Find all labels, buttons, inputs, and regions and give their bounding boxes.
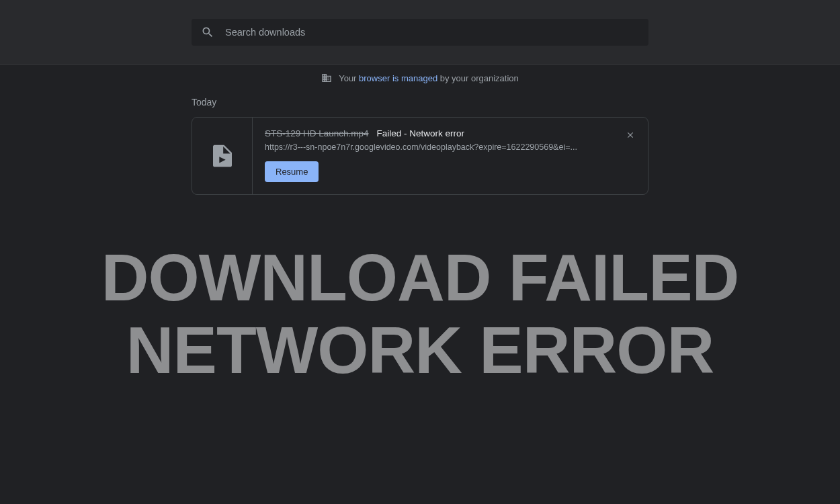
downloads-content: Today STS-129 HD Launch.mp4 Failed - Net… bbox=[192, 97, 648, 195]
managed-suffix: by your organization bbox=[437, 73, 519, 83]
download-url: https://r3---sn-npoe7n7r.googlevideo.com… bbox=[265, 142, 610, 152]
overlay-line-1: DOWNLOAD FAILED bbox=[0, 242, 840, 314]
overlay-caption: DOWNLOAD FAILED NETWORK ERROR bbox=[0, 242, 840, 387]
resume-button[interactable]: Resume bbox=[265, 161, 319, 182]
managed-link[interactable]: browser is managed bbox=[359, 73, 437, 83]
download-details: STS-129 HD Launch.mp4 Failed - Network e… bbox=[253, 118, 622, 194]
overlay-line-2: NETWORK ERROR bbox=[0, 314, 840, 387]
download-card: STS-129 HD Launch.mp4 Failed - Network e… bbox=[192, 117, 648, 195]
download-filename: STS-129 HD Launch.mp4 bbox=[265, 128, 369, 138]
download-status: Failed - Network error bbox=[377, 128, 465, 138]
file-icon-column bbox=[192, 118, 253, 194]
search-icon bbox=[201, 26, 214, 39]
managed-notice: Your browser is managed by your organiza… bbox=[0, 65, 840, 91]
building-icon bbox=[321, 73, 332, 83]
video-file-icon bbox=[213, 144, 232, 167]
section-label: Today bbox=[192, 97, 648, 108]
managed-text: Your browser is managed by your organiza… bbox=[339, 73, 519, 83]
managed-prefix: Your bbox=[339, 73, 359, 83]
search-input[interactable] bbox=[225, 27, 639, 38]
search-box[interactable] bbox=[192, 19, 648, 46]
remove-download-button[interactable] bbox=[622, 127, 638, 143]
topbar bbox=[0, 0, 840, 65]
close-icon bbox=[626, 130, 635, 140]
